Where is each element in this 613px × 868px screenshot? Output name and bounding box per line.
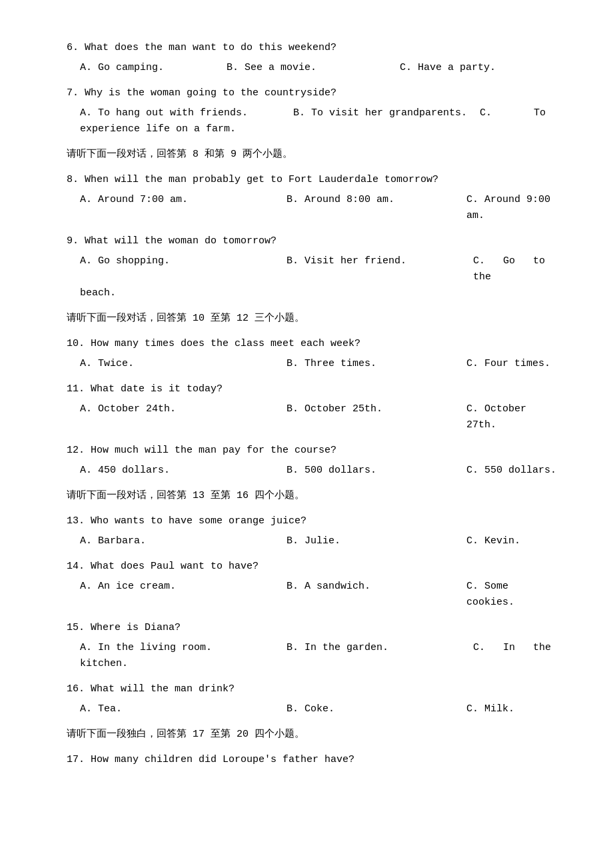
q9-text: 9. What will the woman do tomorrow? bbox=[67, 233, 560, 249]
question-15: 15. Where is Diana? A. In the living roo… bbox=[67, 620, 560, 672]
q6-option-a: A. Go camping. bbox=[80, 60, 227, 76]
q9-option-a: A. Go shopping. bbox=[80, 253, 287, 285]
question-7: 7. Why is the woman going to the country… bbox=[67, 85, 560, 137]
q7-option-c: C. To bbox=[480, 105, 546, 121]
q11-text: 11. What date is it today? bbox=[67, 381, 560, 397]
section-header-8-9: 请听下面一段对话，回答第 8 和第 9 两个小题。 bbox=[67, 147, 560, 163]
q10-options: A. Twice. B. Three times. C. Four times. bbox=[67, 356, 560, 372]
q16-option-b: B. Coke. bbox=[287, 701, 466, 717]
question-10: 10. How many times does the class meet e… bbox=[67, 336, 560, 372]
question-9: 9. What will the woman do tomorrow? A. G… bbox=[67, 233, 560, 301]
question-14: 14. What does Paul want to have? A. An i… bbox=[67, 559, 560, 611]
q12-option-c: C. 550 dollars. bbox=[466, 463, 556, 479]
q11-option-a: A. October 24th. bbox=[80, 401, 287, 433]
q6-text: 6. What does the man want to do this wee… bbox=[67, 40, 560, 56]
section-header-10-12: 请听下面一段对话，回答第 10 至第 12 三个小题。 bbox=[67, 311, 560, 327]
q15-options-line1: A. In the living room. B. In the garden.… bbox=[80, 640, 560, 656]
q15-option-a: A. In the living room. bbox=[80, 640, 287, 656]
q7-options: A. To hang out with friends. B. To visit… bbox=[67, 105, 560, 137]
q13-option-a: A. Barbara. bbox=[80, 533, 287, 549]
q12-option-b: B. 500 dollars. bbox=[287, 463, 466, 479]
q13-options: A. Barbara. B. Julie. C. Kevin. bbox=[67, 533, 560, 549]
q14-option-a: A. An ice cream. bbox=[80, 579, 287, 611]
q13-option-c: C. Kevin. bbox=[466, 533, 520, 549]
q10-option-c: C. Four times. bbox=[466, 356, 550, 372]
question-17: 17. How many children did Loroupe's fath… bbox=[67, 752, 560, 768]
q9-continuation: beach. bbox=[80, 285, 560, 301]
q7-text: 7. Why is the woman going to the country… bbox=[67, 85, 560, 101]
q10-option-a: A. Twice. bbox=[80, 356, 287, 372]
q12-text: 12. How much will the man pay for the co… bbox=[67, 443, 560, 459]
q14-option-c: C. Some cookies. bbox=[466, 579, 560, 611]
q11-option-b: B. October 25th. bbox=[287, 401, 466, 433]
q6-options: A. Go camping. B. See a movie. C. Have a… bbox=[67, 60, 560, 76]
question-16: 16. What will the man drink? A. Tea. B. … bbox=[67, 681, 560, 717]
q14-text: 14. What does Paul want to have? bbox=[67, 559, 560, 575]
q16-text: 16. What will the man drink? bbox=[67, 681, 560, 697]
q16-option-a: A. Tea. bbox=[80, 701, 287, 717]
q17-text: 17. How many children did Loroupe's fath… bbox=[67, 752, 560, 768]
q9-options: A. Go shopping. B. Visit her friend. C. … bbox=[67, 253, 560, 301]
question-6: 6. What does the man want to do this wee… bbox=[67, 40, 560, 76]
question-13: 13. Who wants to have some orange juice?… bbox=[67, 513, 560, 549]
section-header-17-20: 请听下面一段独白，回答第 17 至第 20 四个小题。 bbox=[67, 727, 560, 743]
q15-options: A. In the living room. B. In the garden.… bbox=[67, 640, 560, 672]
q7-continuation: experience life on a farm. bbox=[80, 121, 560, 137]
q7-option-a: A. To hang out with friends. bbox=[80, 105, 293, 121]
q8-options: A. Around 7:00 am. B. Around 8:00 am. C.… bbox=[67, 192, 560, 224]
q8-option-b: B. Around 8:00 am. bbox=[287, 192, 466, 224]
q11-option-c: C. October 27th. bbox=[466, 401, 560, 433]
q13-option-b: B. Julie. bbox=[287, 533, 466, 549]
q7-option-b: B. To visit her grandparents. bbox=[293, 105, 480, 121]
q16-options: A. Tea. B. Coke. C. Milk. bbox=[67, 701, 560, 717]
question-11: 11. What date is it today? A. October 24… bbox=[67, 381, 560, 433]
q9-option-c: C. Go to the bbox=[473, 253, 560, 285]
question-8: 8. When will the man probably get to For… bbox=[67, 172, 560, 224]
q7-options-line1: A. To hang out with friends. B. To visit… bbox=[80, 105, 560, 121]
q15-text: 15. Where is Diana? bbox=[67, 620, 560, 636]
q14-option-b: B. A sandwich. bbox=[287, 579, 466, 611]
q14-options: A. An ice cream. B. A sandwich. C. Some … bbox=[67, 579, 560, 611]
q12-options: A. 450 dollars. B. 500 dollars. C. 550 d… bbox=[67, 463, 560, 479]
q8-option-a: A. Around 7:00 am. bbox=[80, 192, 287, 224]
q11-options: A. October 24th. B. October 25th. C. Oct… bbox=[67, 401, 560, 433]
q15-option-b: B. In the garden. bbox=[287, 640, 473, 656]
q13-text: 13. Who wants to have some orange juice? bbox=[67, 513, 560, 529]
section-header-13-16: 请听下面一段对话，回答第 13 至第 16 四个小题。 bbox=[67, 488, 560, 504]
q15-option-c: C. In the bbox=[473, 640, 551, 656]
q9-option-b: B. Visit her friend. bbox=[287, 253, 473, 285]
q8-option-c: C. Around 9:00 am. bbox=[466, 192, 560, 224]
q12-option-a: A. 450 dollars. bbox=[80, 463, 287, 479]
q15-continuation: kitchen. bbox=[80, 656, 560, 672]
q10-text: 10. How many times does the class meet e… bbox=[67, 336, 560, 352]
q16-option-c: C. Milk. bbox=[466, 701, 514, 717]
q8-text: 8. When will the man probably get to For… bbox=[67, 172, 560, 188]
q6-option-c: C. Have a party. bbox=[400, 60, 546, 76]
question-12: 12. How much will the man pay for the co… bbox=[67, 443, 560, 479]
q9-options-line1: A. Go shopping. B. Visit her friend. C. … bbox=[80, 253, 560, 285]
q6-option-b: B. See a movie. bbox=[227, 60, 400, 76]
q10-option-b: B. Three times. bbox=[287, 356, 466, 372]
